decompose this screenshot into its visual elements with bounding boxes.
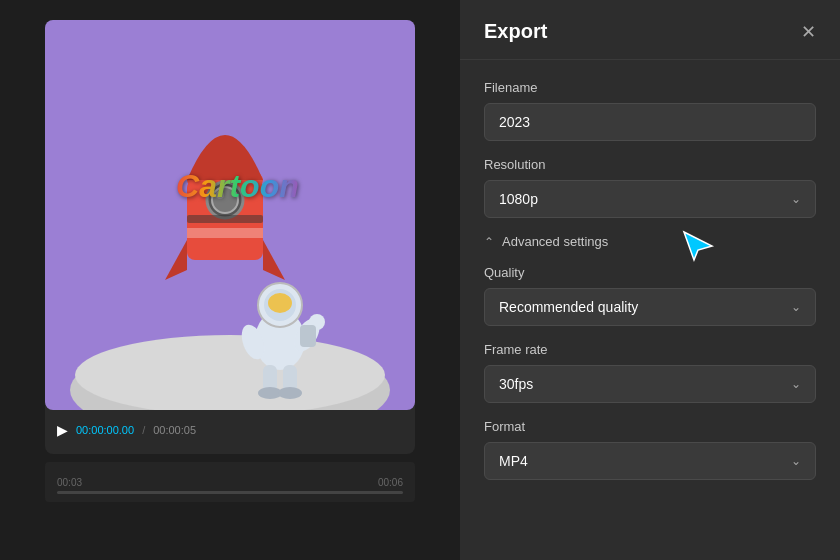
quality-chevron-icon: ⌄ (791, 300, 801, 314)
controls-bar: ▶ 00:00:00.00 / 00:00:05 (45, 406, 415, 454)
time-total: 00:00:05 (153, 424, 196, 436)
resolution-select[interactable]: 1080p ⌄ (484, 180, 816, 218)
framerate-label: Frame rate (484, 342, 816, 357)
resolution-group: Resolution 1080p ⌄ (484, 157, 816, 218)
svg-rect-9 (187, 215, 263, 223)
time-separator: / (142, 424, 145, 436)
resolution-chevron-icon: ⌄ (791, 192, 801, 206)
svg-point-20 (278, 387, 302, 399)
format-select[interactable]: MP4 ⌄ (484, 442, 816, 480)
svg-point-1 (75, 335, 385, 410)
export-title: Export (484, 20, 547, 43)
advanced-chevron-icon: ⌃ (484, 235, 494, 249)
advanced-settings-toggle[interactable]: ⌃ Advanced settings (484, 234, 816, 249)
svg-rect-8 (187, 228, 263, 238)
timeline-bar (57, 491, 403, 494)
quality-select[interactable]: Recommended quality ⌄ (484, 288, 816, 326)
time-current: 00:00:00.00 (76, 424, 134, 436)
video-preview: Cartoon (45, 20, 415, 410)
format-value: MP4 (499, 453, 528, 469)
scene-svg (45, 20, 415, 410)
filename-group: Filename (484, 80, 816, 141)
advanced-label: Advanced settings (502, 234, 608, 249)
cartoon-label: Cartoon (176, 168, 299, 205)
framerate-value: 30fps (499, 376, 533, 392)
filename-label: Filename (484, 80, 816, 95)
play-button[interactable]: ▶ (57, 422, 68, 438)
right-panel: Export ✕ Filename Resolution 1080p ⌄ ⌃ A… (460, 0, 840, 560)
filename-input[interactable] (484, 103, 816, 141)
export-header: Export ✕ (460, 0, 840, 60)
format-chevron-icon: ⌄ (791, 454, 801, 468)
svg-rect-21 (300, 325, 316, 347)
resolution-label: Resolution (484, 157, 816, 172)
resolution-value: 1080p (499, 191, 538, 207)
timeline-start: 00:03 (57, 477, 82, 488)
close-button[interactable]: ✕ (801, 23, 816, 41)
export-body: Filename Resolution 1080p ⌄ ⌃ Advanced s… (460, 60, 840, 500)
svg-point-13 (268, 293, 292, 313)
timeline-labels: 00:03 00:06 (57, 477, 403, 488)
left-panel: Cartoon ▶ 00:00:00.00 / 00:00:05 00:03 0… (0, 0, 460, 560)
quality-label: Quality (484, 265, 816, 280)
timeline-area[interactable]: 00:03 00:06 (45, 462, 415, 502)
framerate-chevron-icon: ⌄ (791, 377, 801, 391)
quality-value: Recommended quality (499, 299, 638, 315)
quality-group: Quality Recommended quality ⌄ (484, 265, 816, 326)
format-label: Format (484, 419, 816, 434)
timeline-end: 00:06 (378, 477, 403, 488)
framerate-group: Frame rate 30fps ⌄ (484, 342, 816, 403)
framerate-select[interactable]: 30fps ⌄ (484, 365, 816, 403)
format-group: Format MP4 ⌄ (484, 419, 816, 480)
